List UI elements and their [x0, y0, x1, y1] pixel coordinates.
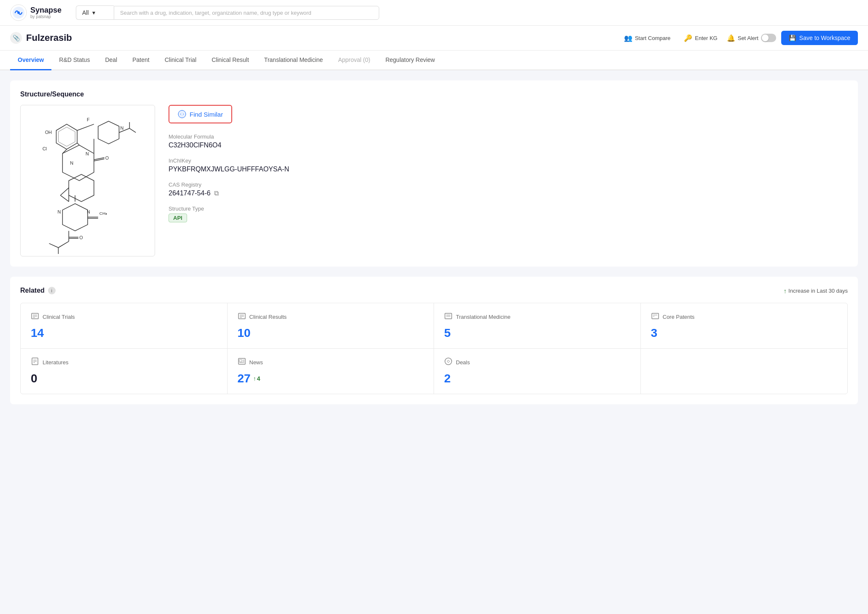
- molecular-formula-label: Molecular Formula: [169, 133, 848, 140]
- find-similar-label: Find Similar: [190, 111, 223, 118]
- tab-regulatory-review[interactable]: Regulatory Review: [378, 51, 443, 70]
- molecular-formula-field: Molecular Formula C32H30ClFN6O4: [169, 133, 848, 149]
- related-header: Related i ↑ Increase in Last 30 days: [20, 287, 848, 294]
- literatures-count: 0: [31, 372, 217, 385]
- tab-overview[interactable]: Overview: [10, 51, 51, 70]
- inchikey-field: InChIKey PYKBFRQMXJWLGG-UHFFFAOYSA-N: [169, 158, 848, 173]
- card-deals-header: Deals: [444, 357, 630, 368]
- search-filter-dropdown[interactable]: All ▾: [76, 5, 114, 20]
- clinical-trials-count: 14: [31, 326, 217, 340]
- tab-approval[interactable]: Approval (0): [330, 51, 378, 70]
- cas-registry-field: CAS Registry 2641747-54-6 ⧉: [169, 182, 848, 197]
- alert-bell-icon: 🔔: [727, 34, 735, 42]
- start-compare-label: Start Compare: [635, 35, 671, 41]
- molecular-formula-value: C32H30ClFN6O4: [169, 141, 848, 149]
- cas-label: CAS Registry: [169, 182, 848, 188]
- tab-clinical-trial[interactable]: Clinical Trial: [157, 51, 204, 70]
- main-content: Structure/Sequence OH Cl F: [0, 70, 868, 600]
- tab-bar: Overview R&D Status Deal Patent Clinical…: [0, 51, 868, 70]
- translational-medicine-title: Translational Medicine: [456, 314, 511, 320]
- related-card-translational-medicine[interactable]: Translational Medicine 5: [434, 303, 641, 349]
- logo-synapse-label: Synapse: [30, 6, 62, 15]
- literatures-icon: [31, 357, 39, 368]
- svg-text:O: O: [105, 155, 109, 160]
- find-similar-button[interactable]: Find Similar: [169, 105, 232, 123]
- save-to-workspace-button[interactable]: 💾 Save to Workspace: [781, 31, 858, 45]
- enter-kg-button[interactable]: 🔑 Enter KG: [680, 32, 721, 45]
- svg-rect-54: [652, 313, 659, 319]
- drug-name-area: 📎 Fulzerasib: [10, 32, 613, 44]
- svg-marker-14: [62, 145, 94, 181]
- svg-marker-9: [98, 121, 119, 144]
- compare-icon: 👥: [624, 34, 632, 42]
- save-workspace-label: Save to Workspace: [799, 35, 850, 41]
- clinical-trials-icon: [31, 312, 39, 322]
- clinical-results-icon: [238, 312, 246, 322]
- inchikey-label: InChIKey: [169, 158, 848, 164]
- tab-deal[interactable]: Deal: [97, 51, 125, 70]
- search-bar: All ▾: [76, 5, 379, 20]
- tab-patent[interactable]: Patent: [125, 51, 157, 70]
- copy-cas-icon[interactable]: ⧉: [214, 190, 219, 197]
- find-similar-icon: [178, 110, 186, 118]
- logo-text: Synapse by patsnap: [30, 6, 62, 19]
- structure-type-field: Structure Type API: [169, 206, 848, 222]
- dropdown-arrow-icon: ▾: [92, 9, 95, 16]
- svg-marker-27: [62, 204, 88, 231]
- core-patents-count: 3: [651, 326, 838, 340]
- svg-marker-23: [69, 174, 94, 202]
- related-section: Related i ↑ Increase in Last 30 days Cli…: [10, 277, 858, 404]
- related-card-deals[interactable]: Deals 2: [434, 349, 641, 394]
- svg-line-7: [77, 124, 94, 131]
- related-section-title: Related: [20, 287, 45, 294]
- search-input[interactable]: [120, 10, 373, 16]
- set-alert-label: Set Alert: [738, 35, 758, 41]
- tab-translational-medicine[interactable]: Translational Medicine: [257, 51, 331, 70]
- news-increase-arrow: ↑: [253, 375, 256, 382]
- svg-text:N: N: [87, 209, 90, 214]
- svg-point-66: [445, 358, 452, 365]
- svg-line-36: [49, 243, 59, 248]
- svg-marker-3: [56, 124, 77, 149]
- svg-line-12: [129, 128, 136, 133]
- inchikey-value: PYKBFRQMXJWLGG-UHFFFAOYSA-N: [169, 166, 848, 173]
- molecule-image: OH Cl F N N N: [20, 105, 155, 256]
- tab-clinical-result[interactable]: Clinical Result: [204, 51, 257, 70]
- core-patents-title: Core Patents: [663, 314, 695, 320]
- card-core-patents-header: Core Patents: [651, 312, 838, 322]
- svg-text:OH: OH: [45, 130, 52, 135]
- svg-text:O: O: [79, 235, 83, 240]
- alert-toggle[interactable]: [761, 34, 776, 42]
- api-badge: API: [169, 214, 187, 222]
- news-title: News: [249, 359, 263, 366]
- tab-rd-status[interactable]: R&D Status: [51, 51, 97, 70]
- related-card-news[interactable]: News 27 ↑ 4: [228, 349, 434, 394]
- start-compare-button[interactable]: 👥 Start Compare: [620, 32, 675, 45]
- card-clinical-trials-header: Clinical Trials: [31, 312, 217, 322]
- structure-content: OH Cl F N N N: [20, 105, 848, 256]
- core-patents-icon: [651, 312, 659, 322]
- card-literatures-header: Literatures: [31, 357, 217, 368]
- svg-text:CH₃: CH₃: [99, 211, 107, 216]
- literatures-title: Literatures: [43, 359, 68, 366]
- molecule-structure-svg: OH Cl F N N N: [21, 105, 155, 256]
- translational-medicine-count: 5: [444, 326, 630, 340]
- svg-text:N: N: [121, 125, 124, 131]
- structure-type-label: Structure Type: [169, 206, 848, 212]
- related-card-clinical-results[interactable]: Clinical Results 10: [228, 303, 434, 349]
- card-news-header: News: [238, 357, 424, 368]
- related-info-icon[interactable]: i: [48, 287, 56, 294]
- related-card-clinical-trials[interactable]: Clinical Trials 14: [21, 303, 228, 349]
- related-card-literatures[interactable]: Literatures 0: [21, 349, 228, 394]
- translational-medicine-icon: [444, 312, 453, 322]
- toggle-thumb: [762, 35, 769, 41]
- related-card-core-patents[interactable]: Core Patents 3: [641, 303, 848, 349]
- svg-text:N: N: [70, 160, 73, 166]
- svg-point-2: [17, 11, 20, 14]
- enter-kg-label: Enter KG: [695, 35, 717, 41]
- svg-text:Cl: Cl: [43, 146, 47, 151]
- svg-text:F: F: [87, 117, 90, 122]
- deals-title: Deals: [456, 359, 470, 366]
- svg-line-24: [60, 188, 69, 195]
- news-count: 27 ↑ 4: [238, 372, 424, 385]
